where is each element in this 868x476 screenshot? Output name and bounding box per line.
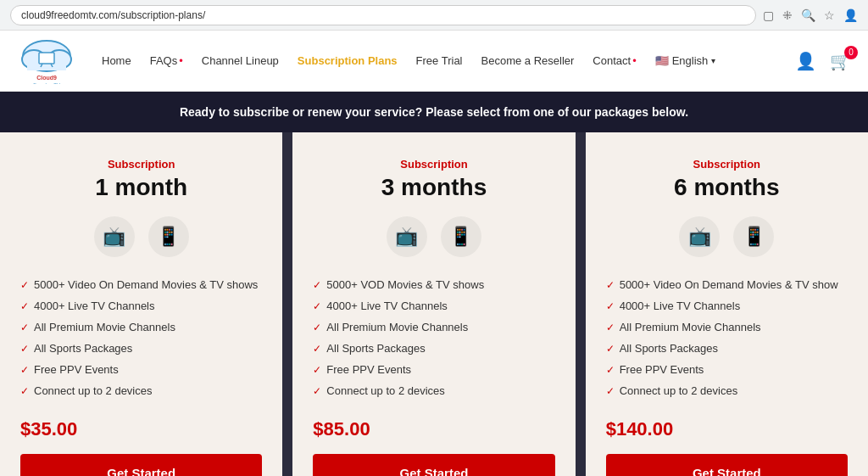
plan-icons: 📺 📱 (313, 216, 554, 257)
user-icon[interactable]: 👤 (795, 51, 816, 71)
plan-price: $140.00 (606, 418, 848, 440)
get-started-button[interactable]: Get Started (313, 454, 554, 476)
dropdown-arrow: ▾ (711, 56, 715, 65)
feature-item: Connect up to 2 devices (313, 380, 554, 401)
cart-badge: 0 (844, 46, 858, 59)
tablet-icon: 📱 (441, 216, 481, 257)
feature-item: 5000+ VOD Movies & TV shows (313, 274, 554, 295)
nav-right: 👤 🛒 0 (795, 51, 851, 71)
main-nav: Home FAQs Channel Lineup Subscription Pl… (102, 54, 795, 67)
logo[interactable]: Cloud9 FreedomTV (17, 37, 76, 84)
nav-home[interactable]: Home (102, 54, 131, 67)
zoom-icon[interactable]: 🔍 (801, 8, 815, 22)
nav-faqs[interactable]: FAQs (150, 54, 183, 67)
plan-label: Subscription (606, 158, 848, 171)
plans-section: Subscription 1 month 📺 📱 5000+ Video On … (0, 132, 868, 476)
nav-free-trial[interactable]: Free Trial (416, 54, 463, 67)
plan-icons: 📺 📱 (20, 216, 262, 257)
svg-text:Cloud9: Cloud9 (36, 75, 57, 81)
plan-duration: 1 month (20, 174, 262, 201)
tv-icon: 📺 (679, 216, 720, 257)
browser-bar: cloud9freedomtv.com/subscription-plans/ … (0, 0, 868, 31)
feature-item: All Premium Movie Channels (20, 316, 262, 338)
features-list: 5000+ VOD Movies & TV shows 4000+ Live T… (313, 274, 554, 401)
nav-contact[interactable]: Contact (593, 54, 636, 67)
feature-item: Connect up to 2 devices (606, 380, 848, 401)
feature-item: All Sports Packages (606, 338, 848, 359)
tablet-icon: 📱 (148, 216, 189, 257)
plan-card-6months: Subscription 6 months 📺 📱 5000+ Video On… (586, 132, 868, 476)
tv-icon: 📺 (387, 216, 427, 257)
feature-item: 5000+ Video On Demand Movies & TV shows (20, 274, 262, 295)
profile-icon[interactable]: 👤 (843, 8, 858, 22)
site-header: Cloud9 FreedomTV Home FAQs Channel Lineu… (0, 31, 868, 92)
nav-channel-lineup[interactable]: Channel Lineup (202, 54, 279, 67)
plan-icons: 📺 📱 (606, 216, 848, 257)
plan-duration: 3 months (313, 174, 554, 201)
plan-card-1month: Subscription 1 month 📺 📱 5000+ Video On … (0, 132, 287, 476)
feature-item: Free PPV Events (313, 359, 554, 380)
feature-item: Connect up to 2 devices (20, 380, 262, 401)
language-label: English (672, 54, 709, 67)
grid-icon[interactable]: ⁜ (782, 8, 793, 22)
feature-item: All Premium Movie Channels (606, 316, 848, 338)
nav-language[interactable]: 🇺🇸 English ▾ (655, 54, 716, 67)
feature-item: 5000+ Video On Demand Movies & TV show (606, 274, 848, 295)
url-bar[interactable]: cloud9freedomtv.com/subscription-plans/ (10, 5, 756, 25)
get-started-button[interactable]: Get Started (20, 454, 262, 476)
get-started-button[interactable]: Get Started (606, 454, 848, 476)
plan-label: Subscription (20, 158, 262, 171)
features-list: 5000+ Video On Demand Movies & TV shows … (20, 274, 262, 401)
nav-subscription-plans[interactable]: Subscription Plans (298, 54, 398, 67)
plan-price: $85.00 (313, 418, 554, 440)
feature-item: Free PPV Events (606, 359, 848, 380)
features-list: 5000+ Video On Demand Movies & TV show 4… (606, 274, 848, 401)
svg-rect-4 (39, 53, 54, 64)
fullscreen-icon[interactable]: ▢ (763, 8, 774, 22)
plan-card-3months: Subscription 3 months 📺 📱 5000+ VOD Movi… (292, 132, 580, 476)
hero-text: Ready to subscribe or renew your service… (180, 105, 688, 119)
flag-icon: 🇺🇸 (655, 54, 669, 67)
hero-banner: Ready to subscribe or renew your service… (0, 92, 868, 132)
tv-icon: 📺 (94, 216, 135, 257)
browser-icons: ▢ ⁜ 🔍 ☆ 👤 (763, 8, 858, 22)
tablet-icon: 📱 (733, 216, 774, 257)
svg-text:FreedomTV: FreedomTV (33, 82, 60, 84)
cart-wrapper[interactable]: 🛒 0 (830, 51, 851, 71)
plan-duration: 6 months (606, 174, 848, 201)
star-icon[interactable]: ☆ (824, 8, 835, 22)
plan-price: $35.00 (20, 418, 262, 440)
feature-item: Free PPV Events (20, 359, 262, 380)
feature-item: 4000+ Live TV Channels (606, 295, 848, 316)
feature-item: All Sports Packages (313, 338, 554, 359)
feature-item: 4000+ Live TV Channels (313, 295, 554, 316)
plan-label: Subscription (313, 158, 554, 171)
feature-item: All Sports Packages (20, 338, 262, 359)
feature-item: All Premium Movie Channels (313, 316, 554, 338)
nav-become-reseller[interactable]: Become a Reseller (481, 54, 575, 67)
feature-item: 4000+ Live TV Channels (20, 295, 262, 316)
